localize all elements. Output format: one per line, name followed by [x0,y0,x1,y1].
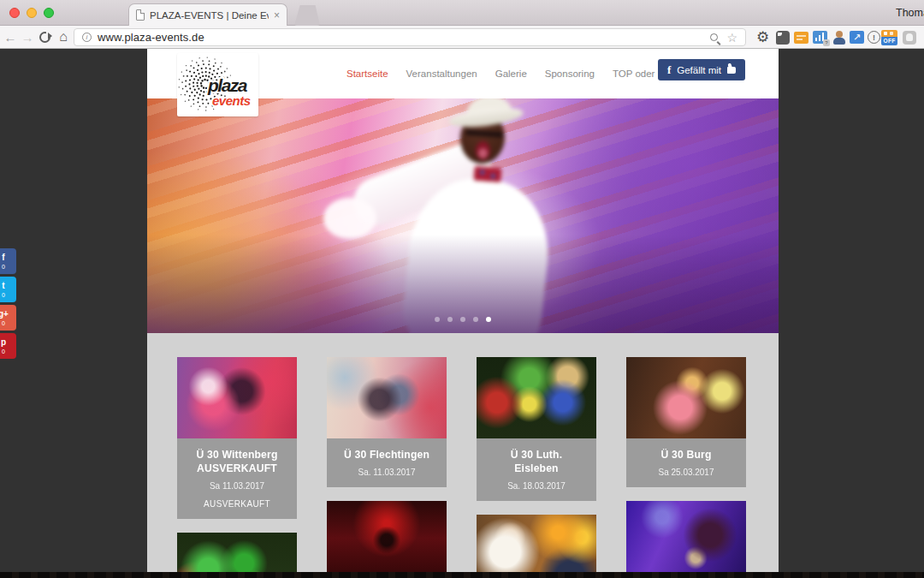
chart-icon [813,31,827,44]
event-card-caption: Ü 30 Burg Sa 25.03.2017 [626,438,746,487]
share-twitter-button[interactable]: t 0 [0,277,16,302]
extension-info[interactable]: ! [866,29,882,45]
event-card-caption: Ü 30 Flechtingen Sa. 11.03.2017 [327,438,447,487]
event-date: Sa. 11.03.2017 [335,467,439,477]
event-status: AUSVERKAUFT [185,498,289,509]
extension-stats[interactable] [812,29,828,45]
event-card[interactable] [327,501,447,572]
performer-figure [147,98,779,333]
webpage-viewport: Startseite Veranstaltungen Galerie Spons… [147,49,779,572]
extension-adblock[interactable]: OFF [881,29,897,45]
event-title: Ü 30 Luth. Eisleben [487,448,585,475]
tab-title: PLAZA-EVENTS | Deine Events [150,10,269,21]
event-date: Sa. 18.03.2017 [484,480,589,491]
slider-dot-2[interactable] [447,317,453,322]
share-googleplus-button[interactable]: g+ 0 [0,305,16,331]
profile-name[interactable]: Thoma [896,7,924,19]
bookmark-star-icon[interactable]: ☆ [726,32,737,44]
facebook-f-icon: f [667,63,671,77]
gear-icon: ⚙ [756,28,769,46]
slider-dot-3[interactable] [460,317,465,322]
search-icon[interactable] [710,33,718,41]
facebook-like-label: Gefällt mit [677,65,721,75]
slider-dot-4[interactable] [473,317,478,322]
googleplus-share-icon: g+ [0,310,9,319]
info-circle-icon: ! [868,31,880,44]
window-close-button[interactable] [9,8,20,18]
event-date: Sa 11.03.2017 [185,480,289,491]
window-zoom-button[interactable] [44,8,54,18]
thumb-up-icon [727,67,736,74]
window-minimize-button[interactable] [27,8,37,18]
orange-note-icon [794,32,808,44]
event-card-wittenberg[interactable]: Ü 30 Wittenberg AUSVERKAUFT Sa 11.03.201… [177,357,297,519]
share-pinterest-button[interactable]: p 0 [0,333,16,359]
event-card[interactable] [177,533,297,572]
nav-sponsoring[interactable]: Sponsoring [545,69,595,79]
slider-dot-1[interactable] [435,317,440,322]
url-text[interactable]: www.plaza-events.de [98,31,204,44]
event-title: Ü 30 Burg [637,448,735,462]
reload-button[interactable] [39,32,50,43]
event-title: Ü 30 Flechtingen [337,448,435,462]
event-card-flechtingen[interactable]: Ü 30 Flechtingen Sa. 11.03.2017 [327,357,447,487]
share-count: 0 [2,292,5,298]
share-count: 0 [2,264,5,270]
event-card[interactable] [477,515,596,572]
browser-tab-strip: PLAZA-EVENTS | Deine Events × Thoma [0,0,924,26]
pinterest-share-icon: p [1,338,6,347]
share-facebook-button[interactable]: f 0 [0,248,16,274]
nav-veranstaltungen[interactable]: Veranstaltungen [406,69,477,79]
event-column: Ü 30 Flechtingen Sa. 11.03.2017 [327,357,447,572]
event-card-image [177,533,297,572]
slider-pagination [435,317,491,322]
forward-button[interactable]: → [19,27,36,47]
event-title: Ü 30 Wittenberg AUSVERKAUFT [187,448,286,475]
extension-ghostery[interactable] [901,29,917,45]
page-info-icon[interactable]: i [82,33,92,42]
event-card-image [177,357,297,438]
event-card-burg[interactable]: Ü 30 Burg Sa 25.03.2017 [626,357,746,487]
event-column: Ü 30 Burg Sa 25.03.2017 [626,357,746,572]
facebook-share-icon: f [2,253,4,262]
share-count: 0 [2,349,5,355]
site-logo[interactable]: plaza events [177,53,258,116]
bottom-bar [0,572,924,578]
twitter-share-icon: t [2,282,4,290]
event-date: Sa 25.03.2017 [634,467,738,477]
extension-settings[interactable]: ⚙ [755,29,771,45]
nav-startseite[interactable]: Startseite [346,69,388,79]
event-card-eisleben[interactable]: Ü 30 Luth. Eisleben Sa. 18.03.2017 [477,357,596,501]
evernote-icon [776,31,790,45]
extension-share[interactable]: ↗ [849,29,865,45]
event-card-caption: Ü 30 Luth. Eisleben Sa. 18.03.2017 [477,438,596,501]
extension-evernote[interactable] [774,29,791,45]
tab-close-icon[interactable]: × [274,9,280,21]
logo-subtitle: events [212,93,251,108]
new-tab-button[interactable] [294,5,320,26]
event-card-image [327,501,447,572]
share-arrow-icon: ↗ [850,31,864,44]
extension-notes[interactable] [793,29,809,45]
event-card-image [477,515,596,572]
back-button[interactable]: ← [2,27,19,47]
share-count: 0 [2,320,5,326]
person-icon [832,31,846,45]
plaza-events-logo-icon: plaza events [177,53,258,116]
adblock-off-icon: OFF [881,30,897,45]
slider-dot-5-active[interactable] [486,317,491,322]
event-column: Ü 30 Wittenberg AUSVERKAUFT Sa 11.03.201… [177,357,297,572]
screen: PLAZA-EVENTS | Deine Events × Thoma ← → … [0,0,924,578]
event-card[interactable] [626,501,746,572]
home-button[interactable]: ⌂ [55,27,72,47]
address-bar[interactable]: i www.plaza-events.de ☆ [74,28,746,46]
extension-contacts[interactable] [831,29,847,45]
browser-tab[interactable]: PLAZA-EVENTS | Deine Events × [128,3,287,26]
event-card-image [477,357,596,438]
page-favicon-icon [136,9,145,21]
nav-galerie[interactable]: Galerie [495,69,527,79]
event-card-image [626,357,746,438]
facebook-like-button[interactable]: f Gefällt mit [658,59,745,80]
off-label: OFF [881,37,897,45]
logo-title: plaza [207,75,248,95]
